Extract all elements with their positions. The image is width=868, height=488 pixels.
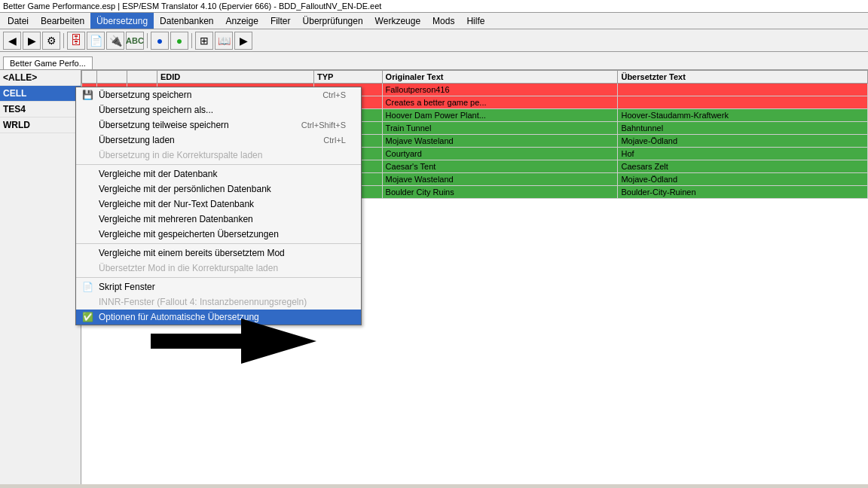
dropdown-item-label: Übersetzter Mod in die Korrekturspalte l… — [99, 263, 278, 273]
toolbar-btn-abc[interactable]: ABC — [126, 32, 144, 50]
dropdown-item-label: Übersetzung in die Korrekturspalte laden — [99, 150, 262, 160]
dropdown-item-label: Vergleiche mit der persönlichen Datenban… — [99, 184, 271, 194]
dropdown-item-icon: 💾 — [81, 90, 94, 100]
dropdown-item-shortcut: Ctrl+Shift+S — [286, 120, 346, 130]
menu-item-bearbeiten[interactable]: Bearbeiten — [35, 13, 90, 29]
dropdown-divider-2 — [76, 277, 361, 278]
col-num — [97, 71, 127, 84]
toolbar-btn-forward[interactable]: ▶ — [23, 32, 41, 50]
dropdown-item-2-1: Übersetzter Mod in die Korrekturspalte l… — [76, 261, 361, 276]
menu-item-datei[interactable]: Datei — [2, 13, 35, 29]
table-cell-6: Bahntunnel — [618, 122, 868, 135]
toolbar-separator-2 — [147, 33, 148, 48]
toolbar-btn-settings[interactable]: ⚙ — [42, 32, 60, 50]
table-cell-5: Mojave Wasteland — [382, 135, 618, 148]
dropdown-divider-0 — [76, 164, 361, 165]
sidebar-item-alle[interactable]: <ALLE> — [0, 70, 81, 86]
toolbar-btn-play[interactable]: ▶ — [234, 32, 252, 50]
sidebar-item-wrld[interactable]: WRLD — [0, 117, 81, 133]
dropdown-item-3-1: INNR-Fenster (Fallout 4: Instanzbenennun… — [76, 294, 361, 310]
menu-item-berprfungen[interactable]: Überprüfungen — [297, 13, 369, 29]
dropdown-item-0-1[interactable]: Übersetzung speichern als... — [76, 102, 361, 117]
toolbar-btn-circle-blue[interactable]: ● — [151, 32, 169, 50]
menu-item-hilfe[interactable]: Hilfe — [460, 13, 491, 29]
toolbar-btn-grid[interactable]: ⊞ — [195, 32, 213, 50]
title-bar: Better Game Performance.esp | ESP/ESM Tr… — [0, 0, 868, 13]
table-cell-5: Falloutperson416 — [382, 84, 618, 96]
menu-item-filter[interactable]: Filter — [264, 13, 297, 29]
table-cell-5: Train Tunnel — [382, 122, 618, 135]
col-extra — [127, 71, 157, 84]
tab-main[interactable]: Better Game Perfo... — [3, 56, 93, 69]
table-cell-5: Boulder City Ruins — [382, 186, 618, 199]
toolbar-btn-back[interactable]: ◀ — [3, 32, 21, 50]
table-cell-6: Hof — [618, 148, 868, 160]
dropdown-item-1-0[interactable]: Vergleiche mit der Datenbank — [76, 166, 361, 181]
col-edid[interactable]: EDID — [157, 71, 314, 84]
toolbar-btn-file[interactable]: 📄 — [87, 32, 105, 50]
dropdown-item-0-3[interactable]: Übersetzung ladenCtrl+L — [76, 133, 361, 148]
title-text: Better Game Performance.esp | ESP/ESM Tr… — [3, 2, 381, 11]
table-cell-5: Mojave Wasteland — [382, 173, 618, 186]
sidebar: <ALLE>CELLTES4WRLD — [0, 70, 81, 484]
tab-bar: Better Game Perfo... — [0, 52, 868, 70]
dropdown-item-label: Skript Fenster — [99, 282, 155, 292]
dropdown-item-icon: 📄 — [81, 282, 94, 292]
dropdown-item-0-2[interactable]: Übersetzung teilweise speichernCtrl+Shif… — [76, 117, 361, 133]
dropdown-item-1-1[interactable]: Vergleiche mit der persönlichen Datenban… — [76, 181, 361, 197]
dropdown-menu[interactable]: 💾Übersetzung speichernCtrl+SÜbersetzung … — [75, 87, 362, 325]
dropdown-item-2-0[interactable]: Vergleiche mit einem bereits übersetztem… — [76, 246, 361, 261]
table-cell-5: Caesar's Tent — [382, 160, 618, 173]
dropdown-item-label: Übersetzung speichern — [99, 90, 191, 100]
col-typ[interactable]: TYP — [314, 71, 383, 84]
dropdown-item-shortcut: Ctrl+L — [308, 136, 346, 145]
toolbar-btn-plugin[interactable]: 🔌 — [106, 32, 124, 50]
main-area: <ALLE>CELLTES4WRLD EDID TYP Originaler T… — [0, 70, 868, 484]
dropdown-item-0-0[interactable]: 💾Übersetzung speichernCtrl+S — [76, 87, 361, 102]
sidebar-item-tes[interactable]: TES4 — [0, 102, 81, 117]
col-original[interactable]: Originaler Text — [382, 71, 618, 84]
table-cell-6: Mojave-Ödland — [618, 135, 868, 148]
table-cell-6: Caesars Zelt — [618, 160, 868, 173]
dropdown-item-shortcut: Ctrl+S — [307, 90, 346, 99]
dropdown-item-label: Vergleiche mit mehreren Datenbanken — [99, 214, 253, 224]
dropdown-item-1-4[interactable]: Vergleiche mit gespeicherten Übersetzung… — [76, 227, 361, 242]
col-check — [82, 71, 97, 84]
menu-item-mods[interactable]: Mods — [426, 13, 460, 29]
toolbar: ◀ ▶ ⚙ 🗄 📄 🔌 ABC ● ● ⊞ 📖 ▶ — [0, 29, 868, 52]
toolbar-btn-circle-green[interactable]: ● — [170, 32, 188, 50]
menu-bar: DateiBearbeitenÜbersetzungDatenbankenAnz… — [0, 13, 868, 29]
dropdown-item-label: Vergleiche mit der Nur-Text Datenbank — [99, 199, 254, 209]
menu-item-werkzeuge[interactable]: Werkzeuge — [369, 13, 426, 29]
table-cell-6: Boulder-City-Ruinen — [618, 186, 868, 199]
dropdown-item-label: Vergleiche mit der Datenbank — [99, 169, 217, 179]
toolbar-separator-3 — [191, 33, 192, 48]
toolbar-btn-book[interactable]: 📖 — [215, 32, 233, 50]
menu-item-datenbanken[interactable]: Datenbanken — [154, 13, 219, 29]
toolbar-btn-db[interactable]: 🗄 — [67, 32, 85, 50]
menu-item-anzeige[interactable]: Anzeige — [220, 13, 264, 29]
table-cell-6: Mojave-Ödland — [618, 173, 868, 186]
dropdown-divider-1 — [76, 243, 361, 244]
table-cell-5: Hoover Dam Power Plant... — [382, 109, 618, 122]
dropdown-item-label: Vergleiche mit einem bereits übersetztem… — [99, 248, 285, 258]
table-cell-6 — [618, 96, 868, 109]
dropdown-item-icon: ✅ — [81, 312, 94, 322]
dropdown-item-label: Übersetzung teilweise speichern — [99, 120, 229, 130]
dropdown-item-1-3[interactable]: Vergleiche mit mehreren Datenbanken — [76, 212, 361, 227]
table-cell-5: Creates a better game pe... — [382, 96, 618, 109]
sidebar-item-cell[interactable]: CELL — [0, 86, 81, 102]
col-translated[interactable]: Übersetzter Text — [618, 71, 868, 84]
dropdown-item-label: Übersetzung laden — [99, 135, 175, 145]
dropdown-item-3-0[interactable]: 📄Skript Fenster — [76, 279, 361, 294]
table-header-row: EDID TYP Originaler Text Übersetzter Tex… — [82, 71, 868, 84]
table-cell-6 — [618, 84, 868, 96]
dropdown-item-3-2[interactable]: ✅Optionen für Automatische Übersetzung — [76, 310, 361, 325]
menu-item-bersetzung[interactable]: Übersetzung — [90, 13, 154, 29]
toolbar-separator-1 — [63, 33, 64, 48]
dropdown-item-label: Optionen für Automatische Übersetzung — [99, 312, 259, 322]
dropdown-item-label: Vergleiche mit gespeicherten Übersetzung… — [99, 229, 279, 239]
dropdown-item-1-2[interactable]: Vergleiche mit der Nur-Text Datenbank — [76, 197, 361, 212]
dropdown-item-0-4: Übersetzung in die Korrekturspalte laden — [76, 148, 361, 163]
dropdown-item-label: Übersetzung speichern als... — [99, 105, 213, 115]
